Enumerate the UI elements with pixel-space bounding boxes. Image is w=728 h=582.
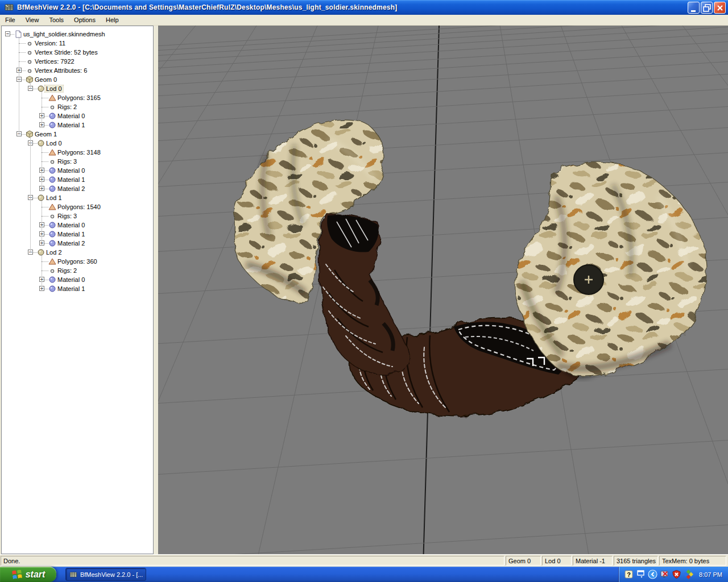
tree-label[interactable]: Polygons: 1540 — [56, 203, 102, 210]
tree-label[interactable]: Material 1 — [56, 176, 86, 183]
tree-label[interactable]: Material 1 — [56, 122, 86, 128]
tree-row[interactable]: Rigs: 3 — [2, 211, 153, 221]
antivirus-tray-icon[interactable] — [684, 569, 693, 579]
tree-rail — [19, 37, 19, 134]
tree-row[interactable]: −Lod 2 — [2, 248, 153, 257]
tree-connector — [42, 152, 48, 153]
start-button[interactable]: start — [0, 567, 56, 582]
tree-row[interactable]: +Material 1 — [2, 120, 153, 130]
taskbar-app-label: BfMeshView 2.2.0 - [... — [80, 571, 143, 578]
bullet-icon — [48, 157, 56, 165]
tree-label[interactable]: Vertex Attributes: 6 — [34, 67, 88, 74]
collapse-chevron-tray-icon[interactable] — [648, 569, 657, 579]
close-button[interactable] — [714, 2, 726, 14]
tree-row[interactable]: Polygons: 360 — [2, 257, 153, 266]
tree-row[interactable]: +Material 0 — [2, 166, 153, 175]
security-alert-tray-icon[interactable] — [672, 569, 681, 579]
tree-label[interactable]: Material 2 — [56, 185, 86, 192]
tree-row[interactable]: Polygons: 3165 — [2, 93, 153, 102]
menu-item-options[interactable]: Options — [69, 15, 101, 24]
tree-row[interactable]: Vertices: 7922 — [2, 57, 153, 66]
tree-rail — [30, 137, 31, 252]
window-title: BfMeshView 2.2.0 - [C:\Documents and Set… — [17, 3, 686, 11]
tree-row[interactable]: +Material 0 — [2, 221, 153, 230]
tree-row[interactable]: +Material 1 — [2, 175, 153, 184]
tree-row[interactable]: −us_light_soldier.skinnedmesh — [2, 30, 153, 39]
menu-item-help[interactable]: Help — [101, 15, 124, 24]
tree-row[interactable]: −Geom 0 — [2, 75, 153, 84]
tree-label[interactable]: Polygons: 360 — [56, 258, 98, 265]
tree-row[interactable]: −Lod 0 — [2, 84, 153, 93]
tree-row[interactable]: +Material 1 — [2, 284, 153, 293]
panel-splitter[interactable] — [154, 26, 158, 554]
tree-label[interactable]: Vertex Stride: 52 bytes — [34, 49, 99, 56]
tree-label[interactable]: Material 0 — [56, 222, 86, 228]
mesh-tree: −us_light_soldier.skinnedmeshVersion: 11… — [2, 26, 153, 298]
minimize-button[interactable] — [688, 2, 700, 14]
tri-icon — [48, 203, 56, 211]
tree-connector — [44, 171, 48, 171]
tree-connector — [19, 52, 26, 53]
taskbar-app-icon — [69, 570, 78, 579]
expand-toggle[interactable]: − — [5, 31, 10, 36]
tree-row[interactable]: Polygons: 3148 — [2, 148, 153, 157]
tree-label[interactable]: Rigs: 2 — [56, 103, 78, 110]
tree-label[interactable]: Material 1 — [56, 285, 86, 292]
tree-label[interactable]: Rigs: 2 — [56, 267, 78, 274]
viewport-3d[interactable] — [158, 26, 728, 554]
tree-label[interactable]: us_light_soldier.skinnedmesh — [22, 31, 106, 38]
tree-label[interactable]: Version: 11 — [34, 40, 67, 47]
tree-label[interactable]: Rigs: 3 — [56, 158, 78, 165]
tree-rail — [42, 146, 42, 189]
tree-connector — [42, 98, 48, 98]
menu-item-view[interactable]: View — [20, 15, 44, 24]
tree-connector — [19, 61, 26, 62]
tree-row[interactable]: +Material 2 — [2, 184, 153, 193]
tree-rail — [42, 255, 42, 289]
tree-row[interactable]: +Material 1 — [2, 230, 153, 239]
tree-row[interactable]: Rigs: 2 — [2, 266, 153, 275]
tree-label[interactable]: Lod 1 — [45, 194, 63, 201]
menu-item-tools[interactable]: Tools — [44, 15, 69, 24]
restore-button[interactable] — [701, 2, 713, 14]
tree-label[interactable]: Material 2 — [56, 240, 86, 247]
tree-row[interactable]: −Geom 1 — [2, 130, 153, 139]
tree-row[interactable]: +Material 0 — [2, 111, 153, 120]
help-question-tray-icon[interactable]: ? — [624, 569, 634, 579]
tree-connector — [44, 234, 48, 235]
tree-row[interactable]: Rigs: 3 — [2, 157, 153, 166]
mesh-tree-panel: −us_light_soldier.skinnedmeshVersion: 11… — [1, 26, 154, 554]
tree-label[interactable]: Polygons: 3165 — [56, 94, 102, 101]
display-error-tray-icon[interactable] — [660, 569, 669, 579]
tree-label[interactable]: Material 0 — [56, 113, 86, 119]
title-bar[interactable]: BfMeshView 2.2.0 - [C:\Documents and Set… — [0, 0, 728, 15]
tree-row[interactable]: Rigs: 2 — [2, 102, 153, 111]
tree-label[interactable]: Material 1 — [56, 231, 86, 238]
tree-connector — [42, 207, 48, 207]
tree-row[interactable]: Version: 11 — [2, 39, 153, 48]
tree-label[interactable]: Lod 0 — [45, 140, 63, 147]
tree-label[interactable]: Vertices: 7922 — [34, 58, 76, 65]
sphere-icon — [48, 285, 56, 293]
tree-label[interactable]: Lod 0 — [45, 85, 63, 92]
tree-label[interactable]: Geom 0 — [34, 76, 58, 83]
tree-label[interactable]: Lod 2 — [45, 249, 63, 256]
tree-connector — [33, 252, 37, 253]
tree-row[interactable]: Polygons: 1540 — [2, 202, 153, 211]
tree-row[interactable]: −Lod 0 — [2, 139, 153, 148]
taskbar: start BfMeshView 2.2.0 - [... ? 8:07 PM — [0, 567, 728, 582]
taskbar-app-button[interactable]: BfMeshView 2.2.0 - [... — [65, 568, 146, 581]
window-popup-tray-icon[interactable] — [636, 569, 646, 579]
tree-row[interactable]: +Vertex Attributes: 6 — [2, 66, 153, 75]
tree-label[interactable]: Material 0 — [56, 167, 86, 174]
tree-connector — [22, 134, 26, 135]
tree-row[interactable]: +Material 2 — [2, 239, 153, 248]
tree-row[interactable]: Vertex Stride: 52 bytes — [2, 48, 153, 57]
menu-item-file[interactable]: File — [0, 15, 20, 24]
tree-label[interactable]: Geom 1 — [34, 131, 58, 138]
tree-label[interactable]: Rigs: 3 — [56, 213, 78, 219]
tree-label[interactable]: Material 0 — [56, 276, 86, 283]
tree-row[interactable]: −Lod 1 — [2, 193, 153, 202]
tree-row[interactable]: +Material 0 — [2, 275, 153, 284]
tree-label[interactable]: Polygons: 3148 — [56, 149, 102, 156]
